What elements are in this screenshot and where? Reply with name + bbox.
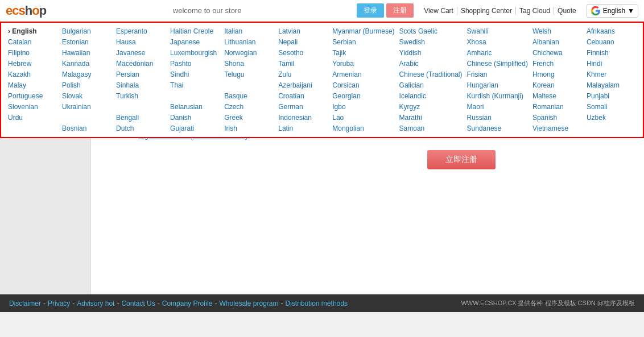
lang-item[interactable]: Uzbek (584, 113, 638, 123)
lang-item[interactable]: Tajik (330, 48, 397, 58)
footer-privacy-link[interactable]: Privacy (48, 299, 70, 307)
lang-item[interactable]: Yiddish (397, 48, 465, 58)
lang-item[interactable]: Pashto (168, 59, 222, 69)
lang-item[interactable]: Thai (168, 80, 222, 90)
lang-item[interactable]: Amharic (465, 48, 530, 58)
lang-item[interactable]: Mongolian (330, 123, 397, 134)
lang-item[interactable]: Azerbaijani (276, 80, 330, 90)
lang-item[interactable] (60, 113, 114, 123)
lang-item[interactable]: Lithuanian (222, 37, 276, 47)
lang-item[interactable]: Malayalam (584, 80, 638, 90)
viewcart-link[interactable]: View Cart (420, 7, 457, 15)
lang-item[interactable]: Armenian (330, 69, 397, 80)
lang-item[interactable]: Luxembourgish (168, 48, 222, 58)
lang-item[interactable]: Czech (222, 102, 276, 112)
lang-item[interactable]: Corsican (330, 80, 397, 90)
lang-item[interactable]: Swahili (465, 26, 530, 36)
lang-item[interactable]: Portuguese (6, 91, 60, 101)
lang-item[interactable]: Sinhala (114, 80, 168, 90)
lang-item[interactable]: Tamil (276, 59, 330, 69)
lang-item[interactable]: Marathi (397, 113, 465, 123)
lang-item[interactable] (222, 80, 276, 90)
lang-item[interactable]: Indonesian (276, 113, 330, 123)
lang-item[interactable]: Romanian (530, 102, 584, 112)
lang-item[interactable]: Turkish (114, 91, 168, 101)
lang-item[interactable]: English (6, 26, 60, 36)
lang-item[interactable]: Serbian (330, 37, 397, 47)
lang-item[interactable]: Chinese (Traditional) (397, 69, 465, 80)
lang-item[interactable]: Igbo (330, 102, 397, 112)
lang-item[interactable] (584, 123, 638, 134)
lang-item[interactable]: Hungarian (465, 80, 530, 90)
lang-item[interactable]: Croatian (276, 91, 330, 101)
register-big-button[interactable]: 立即注册 (427, 150, 496, 169)
lang-item[interactable]: Hindi (584, 59, 638, 69)
lang-item[interactable]: Sindhi (168, 69, 222, 80)
lang-item[interactable]: Welsh (530, 26, 584, 36)
lang-item[interactable]: Japanese (168, 37, 222, 47)
lang-item[interactable]: Punjabi (584, 91, 638, 101)
footer-distribution-link[interactable]: Distribution methods (286, 299, 348, 307)
shopping-center-link[interactable]: Shopping Center (457, 7, 516, 15)
lang-item[interactable]: Bosnian (60, 123, 114, 134)
lang-item[interactable]: Finnish (584, 48, 638, 58)
lang-item[interactable]: Bulgarian (60, 26, 114, 36)
lang-item[interactable]: Slovenian (6, 102, 60, 112)
lang-item[interactable]: Georgian (330, 91, 397, 101)
lang-item[interactable]: Hausa (114, 37, 168, 47)
lang-item[interactable]: Kyrgyz (397, 102, 465, 112)
lang-item[interactable]: Chinese (Simplified) (465, 59, 530, 69)
lang-item[interactable]: Greek (222, 113, 276, 123)
quote-link[interactable]: Quote (554, 7, 580, 15)
tag-cloud-link[interactable]: Tag Cloud (516, 7, 554, 15)
footer-disclaimer-link[interactable]: Disclaimer (9, 299, 41, 307)
lang-item[interactable]: Galician (397, 80, 465, 90)
lang-item[interactable]: Malay (6, 80, 60, 90)
lang-item[interactable]: Polish (60, 80, 114, 90)
lang-item[interactable]: Latin (276, 123, 330, 134)
lang-item[interactable] (168, 91, 222, 101)
lang-item[interactable]: Somali (584, 102, 638, 112)
lang-item[interactable]: Nepali (276, 37, 330, 47)
lang-item[interactable]: Norwegian (222, 48, 276, 58)
lang-item[interactable]: Xhosa (465, 37, 530, 47)
footer-advisory-link[interactable]: Advisory hot (77, 299, 114, 307)
lang-item[interactable]: Maltese (530, 91, 584, 101)
lang-item[interactable]: Javanese (114, 48, 168, 58)
lang-item[interactable]: Vietnamese (530, 123, 584, 134)
footer-contact-link[interactable]: Contact Us (121, 299, 155, 307)
lang-item[interactable]: Irish (222, 123, 276, 134)
lang-item[interactable]: Zulu (276, 69, 330, 80)
register-button[interactable]: 注册 (386, 3, 414, 18)
lang-item[interactable]: Macedonian (114, 59, 168, 69)
lang-item[interactable]: Catalan (6, 37, 60, 47)
lang-item[interactable]: Latvian (276, 26, 330, 36)
lang-item[interactable]: Estonian (60, 37, 114, 47)
lang-item[interactable]: Slovak (60, 91, 114, 101)
lang-item[interactable]: Danish (168, 113, 222, 123)
lang-item[interactable]: Telugu (222, 69, 276, 80)
lang-item[interactable]: Lao (330, 113, 397, 123)
lang-item[interactable]: Gujarati (168, 123, 222, 134)
lang-item[interactable]: Kazakh (6, 69, 60, 80)
lang-item[interactable]: Korean (530, 80, 584, 90)
lang-item[interactable]: Urdu (6, 113, 60, 123)
lang-item[interactable]: Shona (222, 59, 276, 69)
language-selector[interactable]: English ▼ (587, 4, 638, 18)
lang-item[interactable]: Ukrainian (60, 102, 114, 112)
lang-item[interactable]: Swedish (397, 37, 465, 47)
lang-item[interactable]: Esperanto (114, 26, 168, 36)
lang-item[interactable] (114, 102, 168, 112)
lang-item[interactable]: Hebrew (6, 59, 60, 69)
lang-item[interactable]: Sundanese (465, 123, 530, 134)
lang-item[interactable]: German (276, 102, 330, 112)
lang-item[interactable]: Icelandic (397, 91, 465, 101)
lang-item[interactable]: Frisian (465, 69, 530, 80)
lang-item[interactable]: Dutch (114, 123, 168, 134)
lang-item[interactable]: Belarusian (168, 102, 222, 112)
lang-item[interactable] (6, 123, 60, 134)
lang-item[interactable]: Basque (222, 91, 276, 101)
lang-item[interactable]: Bengali (114, 113, 168, 123)
lang-item[interactable]: Spanish (530, 113, 584, 123)
login-button[interactable]: 登录 (357, 3, 384, 18)
